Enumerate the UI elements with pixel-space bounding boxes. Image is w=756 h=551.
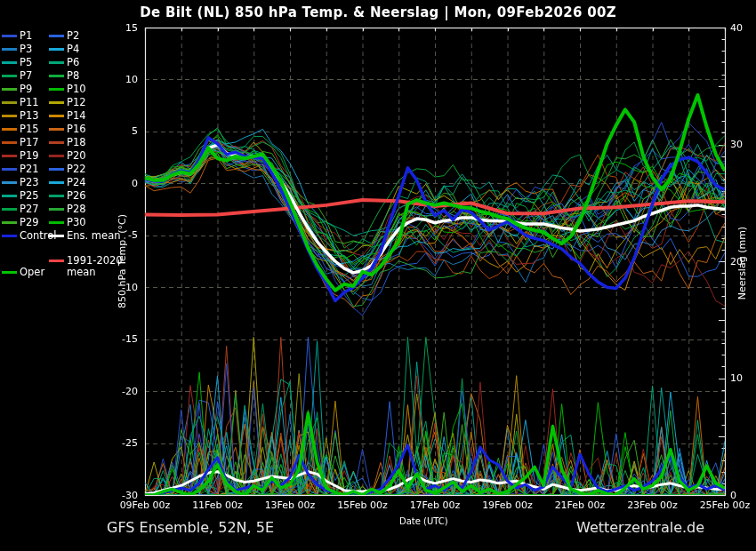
- date-tick-label: 13Feb 00z: [253, 499, 327, 511]
- legend-item-p17: P17: [2, 137, 39, 148]
- legend-item-p14: P14: [49, 110, 86, 122]
- legend-label: P5: [20, 57, 32, 68]
- legend-color-swatch: [2, 141, 17, 144]
- legend-label: P29: [20, 217, 39, 228]
- legend-item-p30: P30: [49, 217, 86, 228]
- legend-color-swatch: [49, 61, 64, 64]
- legend-color-swatch: [2, 88, 17, 91]
- legend-label: 1991-2020 mean: [67, 255, 123, 278]
- legend-color-swatch: [49, 115, 64, 117]
- date-tick-label: 25Feb 00z: [688, 499, 756, 511]
- legend-item-p28: P28: [49, 204, 86, 215]
- legend-label: P27: [20, 204, 39, 215]
- legend-item-p26: P26: [49, 190, 86, 202]
- temp-tick-label: -20: [0, 386, 138, 397]
- legend-label: P19: [20, 150, 39, 162]
- legend-color-swatch: [2, 101, 17, 104]
- legend-item-p12: P12: [49, 97, 86, 108]
- legend-item-p27: P27: [2, 204, 39, 215]
- legend-item-p19: P19: [2, 150, 39, 162]
- legend-color-swatch: [2, 48, 17, 51]
- date-tick-label: 09Feb 00z: [108, 499, 182, 511]
- legend-color-swatch: [2, 168, 17, 171]
- legend-item-1991-2020: 1991-2020 mean: [49, 255, 123, 278]
- date-tick-label: 11Feb 00z: [181, 499, 255, 511]
- legend-item-p22: P22: [49, 164, 86, 175]
- legend-label: P6: [67, 57, 79, 68]
- legend-color-swatch: [49, 48, 64, 51]
- legend-color-swatch: [2, 35, 17, 37]
- legend-color-swatch: [49, 35, 64, 37]
- legend-color-swatch: [49, 260, 64, 262]
- legend-label: P30: [67, 217, 86, 228]
- legend-item-p11: P11: [2, 97, 39, 108]
- legend-label: Oper: [20, 267, 44, 278]
- date-tick-label: 17Feb 00z: [398, 499, 472, 511]
- legend-item-p9: P9: [2, 84, 32, 95]
- ensemble-forecast-chart: De Bilt (NL) 850 hPa Temp. & Neerslag | …: [0, 0, 756, 551]
- date-axis-title: Date (UTC): [399, 516, 448, 526]
- temp-tick-label: 0: [0, 178, 138, 189]
- legend-label: P26: [67, 190, 86, 202]
- legend-label: P17: [20, 137, 39, 148]
- temp-tick-label: -25: [0, 437, 138, 449]
- legend-color-swatch: [2, 155, 17, 157]
- legend-color-swatch: [49, 195, 64, 197]
- legend-item-p18: P18: [49, 137, 86, 148]
- legend-label: P28: [67, 204, 86, 215]
- precip-tick-label: 30: [730, 139, 756, 150]
- legend-label: P11: [20, 97, 39, 108]
- legend-color-swatch: [49, 168, 64, 171]
- date-tick-label: 15Feb 00z: [326, 499, 400, 511]
- legend-color-swatch: [2, 221, 17, 224]
- temp-tick-label: 15: [0, 22, 138, 34]
- temp-tick-label: 10: [0, 74, 138, 85]
- footer-branding: Wetterzentrale.de: [576, 519, 704, 536]
- legend-label: P9: [20, 84, 32, 95]
- legend-item-p6: P6: [49, 57, 79, 68]
- legend-label: P21: [20, 164, 39, 175]
- legend-item-p25: P25: [2, 190, 39, 202]
- temp-tick-label: -15: [0, 333, 138, 345]
- legend-color-swatch: [49, 208, 64, 211]
- legend-label: P4: [67, 44, 79, 55]
- legend-label: P12: [67, 97, 86, 108]
- legend-item-p4: P4: [49, 44, 79, 55]
- legend-color-swatch: [2, 271, 17, 274]
- legend-item-p5: P5: [2, 57, 32, 68]
- legend-color-swatch: [2, 195, 17, 197]
- legend-color-swatch: [49, 88, 64, 91]
- legend-item-oper: Oper: [2, 267, 44, 278]
- legend-item-p20: P20: [49, 150, 86, 162]
- precip-axis-title: Neerslag (mm): [736, 227, 748, 299]
- footer-model-info: GFS Ensemble, 52N, 5E: [107, 519, 274, 536]
- legend-item-p3: P3: [2, 44, 32, 55]
- chart-title: De Bilt (NL) 850 hPa Temp. & Neerslag | …: [0, 4, 756, 20]
- legend-color-swatch: [2, 115, 17, 117]
- legend-label: P10: [67, 84, 86, 95]
- legend-item-p29: P29: [2, 217, 39, 228]
- legend-label: P13: [20, 110, 39, 122]
- legend-color-swatch: [2, 208, 17, 211]
- legend-color-swatch: [49, 141, 64, 144]
- legend-item-p21: P21: [2, 164, 39, 175]
- legend-label: P25: [20, 190, 39, 202]
- legend-label: P22: [67, 164, 86, 175]
- legend-color-swatch: [49, 155, 64, 157]
- legend-color-swatch: [2, 61, 17, 64]
- legend-color-swatch: [49, 221, 64, 224]
- legend-color-swatch: [49, 101, 64, 104]
- legend-label: P14: [67, 110, 86, 122]
- precip-tick-label: 40: [730, 22, 756, 34]
- legend-label: P3: [20, 44, 32, 55]
- temp-axis-title: 850 hPa Temp. (°C): [117, 214, 128, 308]
- legend-item-p13: P13: [2, 110, 39, 122]
- date-tick-label: 19Feb 00z: [470, 499, 545, 511]
- legend-item-p10: P10: [49, 84, 86, 95]
- temp-tick-label: 5: [0, 125, 138, 137]
- legend-label: P20: [67, 150, 86, 162]
- date-tick-label: 21Feb 00z: [543, 499, 617, 511]
- date-tick-label: 23Feb 00z: [615, 499, 690, 511]
- precip-tick-label: 10: [730, 372, 756, 384]
- legend-label: P18: [67, 137, 86, 148]
